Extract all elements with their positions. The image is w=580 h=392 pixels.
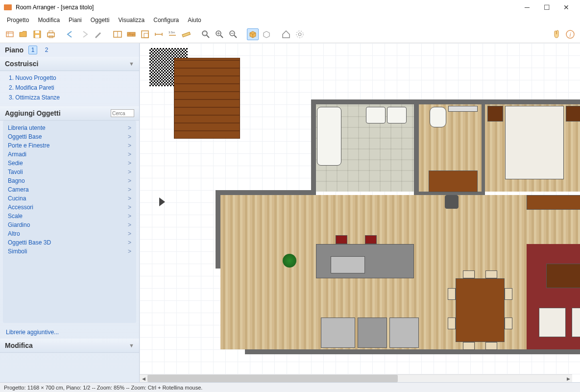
sidebar: Piano 1 2 Costruisci ▼ 1. Nuovo Progetto… xyxy=(0,43,140,382)
save-icon[interactable] xyxy=(31,28,43,40)
desk-chair[interactable] xyxy=(445,195,459,209)
brush-icon[interactable] xyxy=(92,28,104,40)
3d-outline-icon[interactable] xyxy=(261,28,272,40)
sink[interactable] xyxy=(366,107,386,123)
cat-armadi[interactable]: Armadi> xyxy=(3,150,136,159)
print-icon[interactable] xyxy=(45,28,57,40)
kitchen-sink[interactable] xyxy=(331,256,365,273)
counter-2[interactable] xyxy=(389,318,419,348)
dining-table[interactable] xyxy=(456,278,505,342)
measure-icon[interactable]: 3.5m xyxy=(167,28,178,40)
radiator[interactable] xyxy=(448,106,478,112)
dining-chair[interactable] xyxy=(463,270,475,278)
menu-visualizza[interactable]: Visualizza xyxy=(114,16,148,24)
cat-oggetti-base[interactable]: Oggetti Base> xyxy=(3,132,136,141)
scroll-left-icon[interactable]: ◀ xyxy=(140,375,147,382)
dining-chair[interactable] xyxy=(463,342,475,350)
tv-unit[interactable] xyxy=(527,195,580,210)
cat-oggetti-base-3d[interactable]: Oggetti Base 3D> xyxy=(3,238,136,247)
floorplan[interactable] xyxy=(174,58,580,368)
new-icon[interactable] xyxy=(4,28,16,40)
maximize-button[interactable]: ☐ xyxy=(537,0,556,14)
cat-porte-finestre[interactable]: Porte e Finestre> xyxy=(3,141,136,150)
search-input[interactable] xyxy=(111,109,134,117)
armchair-2[interactable] xyxy=(572,308,580,337)
build-step-2[interactable]: 2. Modifica Pareti xyxy=(6,83,133,93)
build-step-3[interactable]: 3. Ottimizza Stanze xyxy=(6,93,133,102)
dining-chair[interactable] xyxy=(448,288,456,300)
dining-chair[interactable] xyxy=(505,288,512,300)
menu-configura[interactable]: Configura xyxy=(149,16,183,24)
canvas[interactable]: ◀ ▶ xyxy=(140,43,580,382)
modify-header[interactable]: Modifica ▼ xyxy=(0,339,139,353)
cat-scale[interactable]: Scale> xyxy=(3,212,136,220)
svg-text:3.5m: 3.5m xyxy=(169,31,175,34)
menu-progetto[interactable]: Progetto xyxy=(3,16,33,24)
zoom-fit-icon[interactable] xyxy=(200,28,212,40)
cat-giardino[interactable]: Giardino> xyxy=(3,220,136,229)
floor-tab-2[interactable]: 2 xyxy=(42,46,51,54)
bricks-icon[interactable] xyxy=(125,28,137,40)
extra-libraries-link[interactable]: Librerie aggiuntive... xyxy=(0,326,139,339)
menu-oggetti[interactable]: Oggetti xyxy=(87,16,114,24)
bed[interactable] xyxy=(505,106,564,179)
cat-sedie[interactable]: Sedie> xyxy=(3,159,136,168)
ruler-icon[interactable] xyxy=(180,28,192,40)
horizontal-scrollbar[interactable]: ◀ ▶ xyxy=(140,374,572,382)
3d-box-icon[interactable] xyxy=(247,28,259,40)
scroll-thumb[interactable] xyxy=(147,375,398,382)
dining-chair[interactable] xyxy=(505,318,512,329)
menu-modifica[interactable]: Modifica xyxy=(34,16,64,24)
room-icon[interactable] xyxy=(139,28,151,40)
minimize-button[interactable]: ─ xyxy=(517,0,537,14)
menu-piani[interactable]: Piani xyxy=(65,16,86,24)
house-icon[interactable] xyxy=(280,28,292,40)
dining-chair[interactable] xyxy=(485,342,497,350)
cat-cucina[interactable]: Cucina> xyxy=(3,194,136,203)
walls-icon[interactable] xyxy=(112,28,123,40)
app-icon xyxy=(4,4,12,10)
close-button[interactable]: ✕ xyxy=(556,0,576,14)
dining-chair[interactable] xyxy=(485,270,497,278)
open-icon[interactable] xyxy=(18,28,29,40)
zoom-out-icon[interactable] xyxy=(227,28,239,40)
nightstand-left[interactable] xyxy=(487,106,503,122)
build-header[interactable]: Costruisci ▼ xyxy=(0,57,139,71)
plant[interactable] xyxy=(283,254,296,268)
cat-camera[interactable]: Camera> xyxy=(3,185,136,194)
armchair-1[interactable] xyxy=(539,308,566,337)
menu-aiuto[interactable]: Aiuto xyxy=(184,16,205,24)
cat-altro[interactable]: Altro> xyxy=(3,229,136,238)
expand-handle-icon[interactable] xyxy=(158,196,166,209)
coffee-table[interactable] xyxy=(546,264,580,288)
bar-stool-2[interactable] xyxy=(365,235,377,244)
scroll-right-icon[interactable]: ▶ xyxy=(564,375,572,382)
stove[interactable] xyxy=(358,318,387,348)
build-step-1[interactable]: 1. Nuovo Progetto xyxy=(6,73,133,83)
bathtub[interactable] xyxy=(317,107,341,166)
floor-tab-1[interactable]: 1 xyxy=(28,46,37,54)
undo-icon[interactable] xyxy=(65,28,76,40)
cat-libreria-utente[interactable]: Libreria utente> xyxy=(3,123,136,132)
sink-2[interactable] xyxy=(387,107,407,123)
cat-bagno[interactable]: Bagno> xyxy=(3,176,136,185)
hand-icon[interactable] xyxy=(551,28,562,40)
svg-line-23 xyxy=(220,35,223,38)
desk[interactable] xyxy=(429,171,478,192)
dining-chair[interactable] xyxy=(448,318,456,329)
counter-1[interactable] xyxy=(321,318,355,348)
add-objects-header: Aggiungi Oggetti xyxy=(0,106,139,121)
settings-icon[interactable] xyxy=(294,28,306,40)
stairs[interactable] xyxy=(174,58,240,139)
cat-accessori[interactable]: Accessori> xyxy=(3,203,136,212)
cat-simboli[interactable]: Simboli> xyxy=(3,247,136,256)
bar-stool-1[interactable] xyxy=(336,235,347,244)
zoom-in-icon[interactable] xyxy=(214,28,225,40)
info-icon[interactable]: i xyxy=(564,28,576,40)
toolbar: 3.5m i xyxy=(0,25,580,43)
toilet[interactable] xyxy=(430,107,446,127)
resize-icon[interactable] xyxy=(153,28,165,40)
redo-icon[interactable] xyxy=(78,28,90,40)
cat-tavoli[interactable]: Tavoli> xyxy=(3,168,136,176)
nightstand-right[interactable] xyxy=(566,106,580,122)
